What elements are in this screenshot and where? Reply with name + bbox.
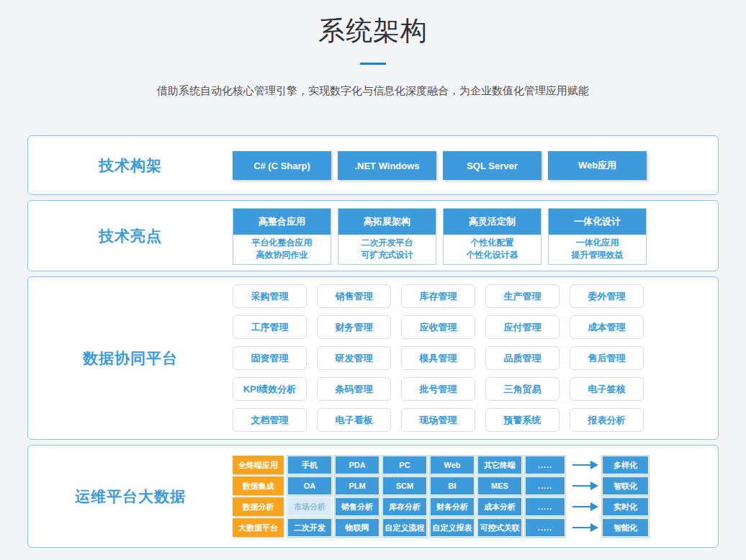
ops-flow: 全终端应用 手机 PDA PC Web 其它终端 ..... 多样化 数据集成 (233, 446, 718, 547)
ops-category-chip[interactable]: 数据集成 (233, 477, 284, 495)
ops-item-chip[interactable]: PC (382, 456, 427, 474)
ops-flow-row: 数据分析 市场分析 销售分析 库存分析 财务分析 成本分析 ..... 实时化 (233, 497, 718, 516)
highlight-card-line: 提升管理效益 (549, 249, 646, 261)
module-button[interactable]: 库存管理 (401, 284, 475, 308)
ops-result-chip[interactable]: 实时化 (602, 497, 649, 516)
module-button[interactable]: 批号管理 (401, 377, 475, 401)
section-tech-stack: 技术构架 C# (C Sharp) .NET Windows SQL Serve… (27, 135, 719, 195)
section-data-platform: 数据协同平台 采购管理 销售管理 库存管理 生产管理 委外管理 工序管理 财务管… (27, 276, 719, 440)
section-highlights: 技术亮点 高整合应用 平台化整合应用 高效协同作业 高拓展架构 二次开发平台 (27, 200, 719, 271)
tech-stack-button[interactable]: SQL Server (443, 151, 541, 180)
right-arrow-icon (572, 459, 598, 471)
ops-category-chip[interactable]: 数据分析 (233, 497, 284, 516)
ops-item-chip[interactable]: 其它终端 (477, 456, 522, 474)
module-button[interactable]: 文档管理 (233, 408, 307, 432)
page-title: 系统架构 (0, 0, 746, 49)
module-button[interactable]: 采购管理 (233, 284, 307, 308)
right-arrow-icon (572, 480, 598, 492)
module-button[interactable]: KPI绩效分析 (233, 377, 307, 401)
ops-item-chip[interactable]: SCM (382, 477, 427, 495)
module-button[interactable]: 成本管理 (570, 315, 644, 339)
highlight-card-line: 一体化应用 (549, 237, 646, 249)
ops-item-chip[interactable]: MES (477, 477, 522, 495)
module-grid-row: KPI绩效分析 条码管理 批号管理 三角贸易 电子签核 (233, 377, 718, 401)
ops-category-chip[interactable]: 全终端应用 (233, 456, 284, 474)
ops-result-chip[interactable]: 智联化 (602, 477, 649, 495)
module-grid-row: 固资管理 研发管理 模具管理 品质管理 售后管理 (233, 346, 718, 370)
tech-stack-button[interactable]: Web应用 (548, 151, 647, 180)
ops-flow-row: 大数据平台 二次开发 物联网 自定义流程 自定义报表 可控式关联 ..... 智… (233, 518, 718, 537)
module-button[interactable]: 应收管理 (401, 315, 475, 339)
ops-item-chip[interactable]: 库存分析 (382, 497, 427, 516)
module-grid-row: 采购管理 销售管理 库存管理 生产管理 委外管理 (233, 284, 718, 308)
highlight-card-title: 高整合应用 (233, 209, 331, 235)
ops-item-chip[interactable]: 手机 (287, 456, 332, 474)
module-button[interactable]: 财务管理 (317, 315, 391, 339)
ops-item-chip[interactable]: ..... (525, 477, 565, 495)
module-button[interactable]: 售后管理 (570, 346, 644, 370)
highlight-card-line: 个性化设计器 (444, 249, 541, 261)
ops-item-chip[interactable]: 市场分析 (287, 497, 332, 516)
module-button[interactable]: 销售管理 (317, 284, 391, 308)
ops-result-chip[interactable]: 多样化 (602, 456, 649, 474)
section-ops-platform: 运维平台大数据 全终端应用 手机 PDA PC Web 其它终端 ..... (27, 445, 719, 548)
ops-item-chip[interactable]: 可控式关联 (477, 518, 522, 537)
ops-item-chip[interactable]: Web (430, 456, 475, 474)
page-subtitle: 借助系统自动化核心管理引擎，实现数字化与信息化深度融合，为企业数值化管理应用赋能 (0, 84, 746, 98)
architecture-sections: 技术构架 C# (C Sharp) .NET Windows SQL Serve… (27, 135, 719, 548)
tech-stack-button[interactable]: C# (C Sharp) (233, 151, 331, 180)
highlight-card-line: 可扩充式设计 (338, 249, 436, 261)
highlight-card: 高拓展架构 二次开发平台 可扩充式设计 (338, 208, 436, 265)
module-button[interactable]: 条码管理 (317, 377, 391, 401)
module-button[interactable]: 电子签核 (570, 377, 644, 401)
section-label-highlights: 技术亮点 (28, 201, 233, 271)
section-label-tech-stack: 技术构架 (28, 136, 233, 194)
highlight-card-line: 平台化整合应用 (233, 237, 331, 249)
ops-category-chip[interactable]: 大数据平台 (233, 518, 284, 537)
ops-item-chip[interactable]: PDA (335, 456, 379, 474)
highlight-card: 一体化设计 一体化应用 提升管理效益 (548, 208, 647, 265)
highlight-card-title: 一体化设计 (549, 209, 646, 235)
right-arrow-icon (572, 522, 598, 533)
ops-item-chip[interactable]: BI (430, 477, 475, 495)
module-grid-row: 工序管理 财务管理 应收管理 应付管理 成本管理 (233, 315, 718, 339)
module-button[interactable]: 模具管理 (401, 346, 475, 370)
ops-item-chip[interactable]: 自定义报表 (430, 518, 475, 537)
module-button[interactable]: 报表分析 (570, 408, 644, 432)
highlight-card-title: 高灵活定制 (444, 209, 541, 235)
ops-item-chip[interactable]: ..... (525, 497, 565, 516)
highlight-card-line: 个性化配置 (444, 237, 541, 249)
highlight-cards-row: 高整合应用 平台化整合应用 高效协同作业 高拓展架构 二次开发平台 可扩充式设计 (233, 201, 718, 271)
module-grid: 采购管理 销售管理 库存管理 生产管理 委外管理 工序管理 财务管理 应收管理 … (233, 277, 718, 439)
module-button[interactable]: 研发管理 (317, 346, 391, 370)
module-grid-row: 文档管理 电子看板 现场管理 预警系统 报表分析 (233, 408, 718, 432)
module-button[interactable]: 预警系统 (485, 408, 560, 432)
ops-item-chip[interactable]: ..... (525, 518, 565, 537)
module-button[interactable]: 生产管理 (485, 284, 560, 308)
title-divider (360, 63, 386, 65)
tech-stack-row: C# (C Sharp) .NET Windows SQL Server Web… (233, 136, 718, 194)
module-button[interactable]: 工序管理 (233, 315, 307, 339)
ops-flow-row: 数据集成 OA PLM SCM BI MES ..... 智联化 (233, 477, 718, 495)
ops-item-chip[interactable]: 物联网 (335, 518, 379, 537)
ops-item-chip[interactable]: 自定义流程 (382, 518, 427, 537)
module-button[interactable]: 应付管理 (485, 315, 560, 339)
ops-item-chip[interactable]: ..... (525, 456, 565, 474)
module-button[interactable]: 三角贸易 (485, 377, 560, 401)
ops-result-chip[interactable]: 智能化 (602, 518, 649, 537)
highlight-card-title: 高拓展架构 (338, 209, 436, 235)
section-label-ops-platform: 运维平台大数据 (28, 446, 233, 547)
module-button[interactable]: 现场管理 (401, 408, 475, 432)
section-label-data-platform: 数据协同平台 (28, 277, 233, 439)
ops-item-chip[interactable]: 成本分析 (477, 497, 522, 516)
module-button[interactable]: 固资管理 (233, 346, 307, 370)
ops-item-chip[interactable]: PLM (335, 477, 379, 495)
ops-item-chip[interactable]: 二次开发 (287, 518, 332, 537)
module-button[interactable]: 电子看板 (317, 408, 391, 432)
ops-item-chip[interactable]: 销售分析 (335, 497, 379, 516)
module-button[interactable]: 委外管理 (570, 284, 644, 308)
tech-stack-button[interactable]: .NET Windows (338, 151, 436, 180)
ops-item-chip[interactable]: 财务分析 (430, 497, 475, 516)
module-button[interactable]: 品质管理 (485, 346, 560, 370)
ops-item-chip[interactable]: OA (287, 477, 332, 495)
